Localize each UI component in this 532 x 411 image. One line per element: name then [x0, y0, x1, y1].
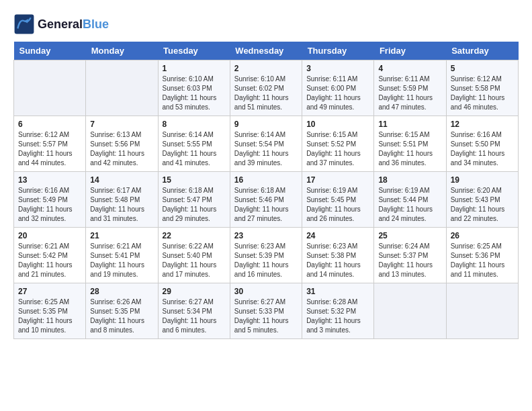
calendar-cell: 28Sunrise: 6:26 AM Sunset: 5:35 PM Dayli…: [86, 283, 158, 339]
week-row-4: 20Sunrise: 6:21 AM Sunset: 5:42 PM Dayli…: [14, 228, 519, 283]
calendar-cell: 26Sunrise: 6:25 AM Sunset: 5:36 PM Dayli…: [446, 228, 518, 283]
day-number: 6: [18, 120, 81, 129]
day-info: Sunrise: 6:21 AM Sunset: 5:42 PM Dayligh…: [18, 242, 81, 279]
day-info: Sunrise: 6:11 AM Sunset: 6:00 PM Dayligh…: [306, 75, 369, 112]
day-info: Sunrise: 6:23 AM Sunset: 5:39 PM Dayligh…: [234, 242, 298, 279]
day-info: Sunrise: 6:19 AM Sunset: 5:44 PM Dayligh…: [378, 186, 441, 224]
calendar-cell: 27Sunrise: 6:25 AM Sunset: 5:35 PM Dayli…: [14, 283, 86, 339]
day-info: Sunrise: 6:19 AM Sunset: 5:45 PM Dayligh…: [306, 186, 369, 224]
calendar-cell: 22Sunrise: 6:22 AM Sunset: 5:40 PM Dayli…: [158, 228, 230, 283]
day-info: Sunrise: 6:16 AM Sunset: 5:50 PM Dayligh…: [451, 130, 514, 168]
calendar-cell: 2Sunrise: 6:10 AM Sunset: 6:02 PM Daylig…: [230, 60, 302, 116]
calendar-cell: 31Sunrise: 6:28 AM Sunset: 5:32 PM Dayli…: [302, 283, 374, 339]
calendar-cell: 16Sunrise: 6:18 AM Sunset: 5:46 PM Dayli…: [230, 172, 302, 228]
calendar-cell: 18Sunrise: 6:19 AM Sunset: 5:44 PM Dayli…: [374, 172, 446, 228]
day-header-wednesday: Wednesday: [230, 42, 302, 60]
day-info: Sunrise: 6:27 AM Sunset: 5:34 PM Dayligh…: [163, 298, 226, 335]
calendar-cell: 30Sunrise: 6:27 AM Sunset: 5:33 PM Dayli…: [230, 283, 302, 339]
day-number: 8: [163, 120, 226, 129]
day-number: 14: [90, 175, 153, 185]
calendar-table: SundayMondayTuesdayWednesdayThursdayFrid…: [13, 42, 519, 339]
calendar-cell: 13Sunrise: 6:16 AM Sunset: 5:49 PM Dayli…: [14, 172, 86, 228]
day-info: Sunrise: 6:12 AM Sunset: 5:58 PM Dayligh…: [451, 75, 514, 112]
day-number: 22: [163, 231, 226, 240]
day-info: Sunrise: 6:11 AM Sunset: 5:59 PM Dayligh…: [378, 75, 441, 112]
day-info: Sunrise: 6:15 AM Sunset: 5:51 PM Dayligh…: [378, 130, 441, 168]
day-number: 27: [18, 287, 81, 296]
day-number: 30: [234, 287, 298, 296]
day-number: 16: [234, 175, 298, 185]
week-row-2: 6Sunrise: 6:12 AM Sunset: 5:57 PM Daylig…: [14, 116, 519, 172]
calendar-cell: 21Sunrise: 6:21 AM Sunset: 5:41 PM Dayli…: [86, 228, 158, 283]
day-number: 24: [306, 231, 369, 240]
day-number: 2: [234, 64, 298, 73]
day-info: Sunrise: 6:25 AM Sunset: 5:35 PM Dayligh…: [18, 298, 81, 335]
day-info: Sunrise: 6:23 AM Sunset: 5:38 PM Dayligh…: [306, 242, 369, 279]
calendar-cell: 14Sunrise: 6:17 AM Sunset: 5:48 PM Dayli…: [86, 172, 158, 228]
calendar-cell: 4Sunrise: 6:11 AM Sunset: 5:59 PM Daylig…: [374, 60, 446, 116]
day-info: Sunrise: 6:13 AM Sunset: 5:56 PM Dayligh…: [90, 130, 153, 168]
header-row: SundayMondayTuesdayWednesdayThursdayFrid…: [14, 42, 519, 60]
day-number: 5: [451, 64, 514, 73]
day-info: Sunrise: 6:20 AM Sunset: 5:43 PM Dayligh…: [451, 186, 514, 224]
day-info: Sunrise: 6:21 AM Sunset: 5:41 PM Dayligh…: [90, 242, 153, 279]
day-header-saturday: Saturday: [446, 42, 518, 60]
calendar-cell: 3Sunrise: 6:11 AM Sunset: 6:00 PM Daylig…: [302, 60, 374, 116]
calendar-cell: 24Sunrise: 6:23 AM Sunset: 5:38 PM Dayli…: [302, 228, 374, 283]
calendar-cell: 7Sunrise: 6:13 AM Sunset: 5:56 PM Daylig…: [86, 116, 158, 172]
calendar-cell: 23Sunrise: 6:23 AM Sunset: 5:39 PM Dayli…: [230, 228, 302, 283]
calendar-cell: [14, 60, 86, 116]
day-number: 20: [18, 231, 81, 240]
day-header-monday: Monday: [86, 42, 158, 60]
day-info: Sunrise: 6:17 AM Sunset: 5:48 PM Dayligh…: [90, 186, 153, 224]
calendar-cell: 19Sunrise: 6:20 AM Sunset: 5:43 PM Dayli…: [446, 172, 518, 228]
day-number: 23: [234, 231, 298, 240]
day-info: Sunrise: 6:18 AM Sunset: 5:47 PM Dayligh…: [163, 186, 226, 224]
day-number: 1: [163, 64, 226, 73]
week-row-5: 27Sunrise: 6:25 AM Sunset: 5:35 PM Dayli…: [14, 283, 519, 339]
calendar-cell: [446, 283, 518, 339]
day-info: Sunrise: 6:24 AM Sunset: 5:37 PM Dayligh…: [378, 242, 441, 279]
calendar-cell: 12Sunrise: 6:16 AM Sunset: 5:50 PM Dayli…: [446, 116, 518, 172]
logo: GeneralBlue: [13, 13, 109, 35]
day-info: Sunrise: 6:14 AM Sunset: 5:55 PM Dayligh…: [163, 130, 226, 168]
day-number: 18: [378, 175, 441, 185]
calendar-cell: [86, 60, 158, 116]
day-number: 12: [451, 120, 514, 129]
day-number: 15: [163, 175, 226, 185]
week-row-3: 13Sunrise: 6:16 AM Sunset: 5:49 PM Dayli…: [14, 172, 519, 228]
day-number: 26: [451, 231, 514, 240]
day-number: 17: [306, 175, 369, 185]
day-info: Sunrise: 6:27 AM Sunset: 5:33 PM Dayligh…: [234, 298, 298, 335]
calendar-cell: 17Sunrise: 6:19 AM Sunset: 5:45 PM Dayli…: [302, 172, 374, 228]
calendar-cell: 11Sunrise: 6:15 AM Sunset: 5:51 PM Dayli…: [374, 116, 446, 172]
day-info: Sunrise: 6:26 AM Sunset: 5:35 PM Dayligh…: [90, 298, 153, 335]
week-row-1: 1Sunrise: 6:10 AM Sunset: 6:03 PM Daylig…: [14, 60, 519, 116]
page-header: GeneralBlue: [13, 13, 519, 35]
day-number: 9: [234, 120, 298, 129]
day-number: 19: [451, 175, 514, 185]
calendar-cell: 5Sunrise: 6:12 AM Sunset: 5:58 PM Daylig…: [446, 60, 518, 116]
calendar-cell: 29Sunrise: 6:27 AM Sunset: 5:34 PM Dayli…: [158, 283, 230, 339]
day-info: Sunrise: 6:10 AM Sunset: 6:03 PM Dayligh…: [163, 75, 226, 112]
day-info: Sunrise: 6:18 AM Sunset: 5:46 PM Dayligh…: [234, 186, 298, 224]
day-number: 4: [378, 64, 441, 73]
calendar-cell: 10Sunrise: 6:15 AM Sunset: 5:52 PM Dayli…: [302, 116, 374, 172]
day-info: Sunrise: 6:25 AM Sunset: 5:36 PM Dayligh…: [451, 242, 514, 279]
day-number: 13: [18, 175, 81, 185]
svg-rect-0: [15, 15, 34, 34]
day-number: 10: [306, 120, 369, 129]
calendar-cell: 8Sunrise: 6:14 AM Sunset: 5:55 PM Daylig…: [158, 116, 230, 172]
calendar-cell: 25Sunrise: 6:24 AM Sunset: 5:37 PM Dayli…: [374, 228, 446, 283]
day-header-tuesday: Tuesday: [158, 42, 230, 60]
day-info: Sunrise: 6:14 AM Sunset: 5:54 PM Dayligh…: [234, 130, 298, 168]
day-number: 21: [90, 231, 153, 240]
day-number: 3: [306, 64, 369, 73]
day-info: Sunrise: 6:22 AM Sunset: 5:40 PM Dayligh…: [163, 242, 226, 279]
day-number: 11: [378, 120, 441, 129]
logo-icon: [13, 13, 35, 35]
calendar-cell: 15Sunrise: 6:18 AM Sunset: 5:47 PM Dayli…: [158, 172, 230, 228]
calendar-cell: 1Sunrise: 6:10 AM Sunset: 6:03 PM Daylig…: [158, 60, 230, 116]
day-number: 7: [90, 120, 153, 129]
day-info: Sunrise: 6:10 AM Sunset: 6:02 PM Dayligh…: [234, 75, 298, 112]
